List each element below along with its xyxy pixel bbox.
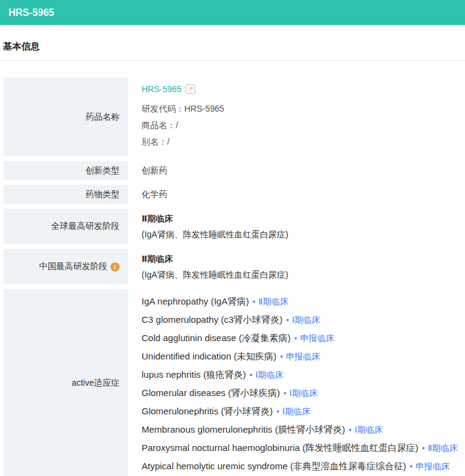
indication-phase-link[interactable]: Ⅰ期临床 [283, 406, 311, 416]
row-value: Ⅱ期临床 (IgA肾病、阵发性睡眠性血红蛋白尿症) [128, 249, 465, 284]
row-label: active适应症 [4, 289, 128, 476]
row-label: 中国最高研发阶段 i [4, 249, 128, 284]
bullet-separator: • [280, 352, 283, 361]
row-label: 药品名称 [4, 78, 128, 156]
indication-phase-link[interactable]: Ⅰ期临床 [289, 388, 317, 398]
row-value: Ⅱ期临床 (IgA肾病、阵发性睡眠性血红蛋白尿症) [128, 209, 465, 244]
indication-phase-link[interactable]: 申报临床 [300, 333, 334, 343]
indication-item: Cold agglutinin disease (冷凝集素病)•申报临床 [142, 329, 465, 347]
indication-item: lupus nephritis (狼疮肾炎)•Ⅰ期临床 [142, 366, 465, 384]
external-link-icon[interactable]: ↗ [186, 84, 195, 94]
trade-name-text: 商品名：/ [142, 117, 465, 134]
row-value: HRS-5965 ↗ 研发代码：HRS-5965 商品名：/ 别名：/ [128, 78, 465, 156]
table-row-innovation-type: 创新类型 创新药 [4, 161, 465, 180]
indication-item: Atypical hemolytic uremic syndrome (非典型溶… [142, 457, 465, 475]
bullet-separator: • [253, 297, 256, 306]
row-value: 化学药 [128, 185, 465, 204]
bullet-separator: • [409, 462, 413, 471]
row-value: 创新药 [128, 161, 465, 180]
indication-name: Glomerulonephritis (肾小球肾炎) [142, 406, 273, 416]
page-title: HRS-5965 [9, 7, 54, 18]
drug-type-value: 化学药 [142, 189, 465, 200]
page-header: HRS-5965 [0, 0, 465, 25]
active-indications-label: active适应症 [71, 378, 120, 389]
bullet-separator: • [276, 407, 279, 416]
drug-link-line: HRS-5965 ↗ [142, 82, 465, 96]
indication-name: Atypical hemolytic uremic syndrome (非典型溶… [142, 461, 406, 471]
table-row-active-indications: active适应症 IgA nephropathy (IgA肾病)•Ⅱ期临床 C… [4, 289, 465, 476]
indication-name: Cold agglutinin disease (冷凝集素病) [142, 333, 290, 343]
bullet-separator: • [348, 425, 351, 435]
table-row-drug-type: 药物类型 化学药 [4, 185, 465, 204]
basic-info-table: 药品名称 HRS-5965 ↗ 研发代码：HRS-5965 商品名：/ 别名：/… [0, 78, 465, 476]
global-stage-phase: Ⅱ期临床 [142, 211, 465, 226]
indication-phase-link[interactable]: Ⅰ期临床 [355, 425, 383, 435]
global-stage-label: 全球最高研发阶段 [51, 221, 120, 232]
innovation-type-value: 创新药 [142, 165, 465, 176]
indication-name: lupus nephritis (狼疮肾炎) [142, 369, 246, 380]
bullet-separator: • [250, 370, 253, 380]
indication-item: IgA nephropathy (IgA肾病)•Ⅱ期临床 [142, 292, 465, 311]
china-stage-phase: Ⅱ期临床 [142, 251, 465, 267]
indication-item: C3 glomerulopathy (c3肾小球肾炎)•Ⅰ期临床 [142, 311, 465, 329]
bullet-separator: • [294, 334, 297, 343]
bullet-separator: • [422, 444, 425, 453]
innovation-type-label: 创新类型 [85, 165, 120, 176]
section-title: 基本信息 [3, 41, 465, 52]
indication-phase-link[interactable]: Ⅰ期临床 [292, 315, 320, 325]
alias-text: 别名：/ [142, 134, 465, 150]
indication-name: Unidentified indication (未知疾病) [142, 351, 276, 361]
indication-item: Unidentified indication (未知疾病)•申报临床 [142, 347, 465, 366]
info-icon[interactable]: i [110, 262, 120, 272]
indication-name: Paroxysmal nocturnal haemoglobinuria (阵发… [142, 442, 418, 453]
table-row-drug-name: 药品名称 HRS-5965 ↗ 研发代码：HRS-5965 商品名：/ 别名：/ [4, 78, 465, 156]
indication-phase-link[interactable]: 申报临床 [286, 352, 320, 361]
indication-item: Membranous glomerulonephritis (膜性肾小球肾炎)•… [142, 420, 465, 439]
bullet-separator: • [284, 389, 287, 398]
indication-phase-link[interactable]: 申报临床 [416, 461, 450, 471]
global-stage-detail: (IgA肾病、阵发性睡眠性血红蛋白尿症) [142, 226, 465, 242]
indication-phase-link[interactable]: Ⅱ期临床 [259, 297, 289, 306]
drug-name-label: 药品名称 [85, 112, 120, 123]
indication-item: Glomerular diseases (肾小球疾病)•Ⅰ期临床 [142, 384, 465, 402]
indication-name: Glomerular diseases (肾小球疾病) [142, 388, 280, 398]
row-label: 创新类型 [4, 161, 128, 180]
indication-phase-link[interactable]: Ⅱ期临床 [428, 443, 458, 453]
drug-name-link[interactable]: HRS-5965 [142, 82, 181, 96]
row-label: 药物类型 [4, 185, 128, 204]
indication-item: Glomerulonephritis (肾小球肾炎)•Ⅰ期临床 [142, 402, 465, 420]
table-row-global-stage: 全球最高研发阶段 Ⅱ期临床 (IgA肾病、阵发性睡眠性血红蛋白尿症) [4, 209, 465, 244]
drug-type-label: 药物类型 [85, 189, 120, 200]
row-label: 全球最高研发阶段 [4, 209, 128, 244]
section-header: 基本信息 [0, 25, 465, 61]
bullet-separator: • [286, 316, 289, 325]
china-stage-label: 中国最高研发阶段 [39, 261, 107, 272]
indication-item: Paroxysmal nocturnal haemoglobinuria (阵发… [142, 439, 465, 457]
row-value: IgA nephropathy (IgA肾病)•Ⅱ期临床 C3 glomerul… [128, 289, 465, 476]
indication-name: IgA nephropathy (IgA肾病) [142, 296, 249, 306]
indication-name: Membranous glomerulonephritis (膜性肾小球肾炎) [142, 424, 345, 435]
china-stage-detail: (IgA肾病、阵发性睡眠性血红蛋白尿症) [142, 267, 465, 283]
indication-name: C3 glomerulopathy (c3肾小球肾炎) [142, 314, 283, 325]
dev-code-text: 研发代码：HRS-5965 [142, 101, 465, 117]
indication-phase-link[interactable]: Ⅰ期临床 [255, 370, 283, 380]
table-row-china-stage: 中国最高研发阶段 i Ⅱ期临床 (IgA肾病、阵发性睡眠性血红蛋白尿症) [4, 249, 465, 284]
